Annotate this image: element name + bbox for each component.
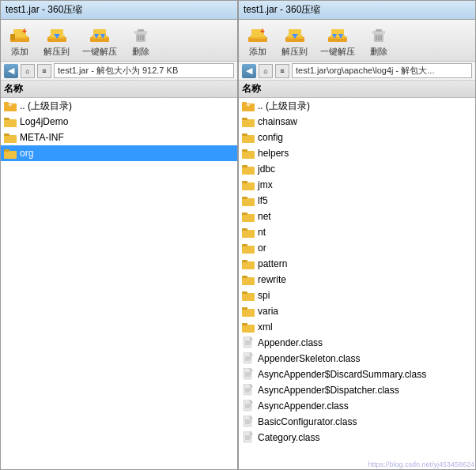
right-add-label: 添加: [249, 46, 266, 58]
file-icon: [242, 400, 255, 412]
left-file-list[interactable]: .. (上级目录) Log4jDemo: [1, 98, 237, 469]
right-home-btn[interactable]: ⌂: [259, 64, 273, 78]
left-home-btn[interactable]: ⌂: [21, 64, 35, 78]
list-item[interactable]: jdbc: [239, 161, 475, 177]
file-icon: [242, 337, 255, 349]
svg-rect-72: [242, 276, 247, 278]
item-name: org: [20, 148, 33, 159]
item-name: Log4jDemo: [20, 116, 68, 127]
item-name: lf5: [258, 195, 268, 206]
svg-rect-28: [4, 149, 9, 152]
right-oneclick-button[interactable]: 一键解压: [315, 21, 360, 59]
item-name: jmx: [258, 179, 273, 190]
item-name: rewrite: [258, 274, 286, 285]
svg-rect-64: [242, 212, 247, 215]
list-item[interactable]: xml: [239, 319, 475, 335]
right-back-arrow[interactable]: ◀: [242, 64, 256, 78]
list-item[interactable]: BasicConfigurator.class: [239, 414, 475, 430]
folder-icon: [4, 147, 17, 160]
svg-rect-66: [242, 228, 247, 231]
list-item[interactable]: Appender.class: [239, 335, 475, 351]
item-name: varia: [258, 306, 278, 317]
item-name: META-INF: [20, 132, 64, 143]
item-name: nt: [258, 227, 266, 238]
list-item[interactable]: lf5: [239, 193, 475, 209]
list-item[interactable]: or: [239, 240, 475, 256]
left-list-btn[interactable]: ≡: [37, 64, 51, 78]
extract-icon: [46, 23, 68, 45]
list-item[interactable]: jmx: [239, 177, 475, 193]
folder-icon: [242, 321, 255, 333]
item-name: or: [258, 243, 266, 254]
right-oneclick-label: 一键解压: [320, 46, 355, 58]
folder-icon: [242, 273, 255, 286]
left-back-arrow[interactable]: ◀: [4, 64, 18, 78]
left-oneclick-button[interactable]: 一键解压: [77, 21, 122, 59]
list-item[interactable]: META-INF: [1, 130, 237, 145]
delete-icon: [130, 23, 152, 45]
folder-icon: [242, 226, 255, 239]
list-item[interactable]: Category.class: [239, 430, 475, 446]
svg-rect-60: [242, 181, 247, 183]
list-item[interactable]: .. (上级目录): [239, 98, 475, 114]
item-name: pattern: [258, 258, 287, 269]
list-item-selected[interactable]: org: [1, 145, 237, 161]
list-item[interactable]: net: [239, 209, 475, 224]
right-path: test1.jar\org\apache\log4j - 解包大...: [292, 63, 472, 78]
right-delete-button[interactable]: 删除: [363, 21, 395, 59]
list-item[interactable]: .. (上级目录): [1, 98, 237, 114]
list-item[interactable]: rewrite: [239, 272, 475, 288]
right-list-btn[interactable]: ≡: [275, 64, 289, 78]
right-col-header: 名称: [239, 81, 475, 98]
item-name: Category.class: [258, 432, 319, 443]
folder-icon: [242, 131, 255, 144]
left-delete-button[interactable]: 删除: [125, 21, 157, 59]
left-add-button[interactable]: + 添加: [4, 21, 36, 59]
extract-icon: [284, 23, 306, 45]
right-file-list[interactable]: .. (上级目录) chainsaw config helpers jdbc: [239, 98, 475, 469]
svg-rect-62: [242, 197, 247, 199]
oneclick-icon: [89, 23, 111, 45]
list-item[interactable]: AsyncAppender$Dispatcher.class: [239, 382, 475, 398]
file-icon: [242, 431, 255, 444]
list-item[interactable]: pattern: [239, 256, 475, 272]
list-item[interactable]: AsyncAppender$DiscardSummary.class: [239, 367, 475, 382]
folder-icon: [242, 289, 255, 302]
file-icon: [242, 352, 255, 365]
list-item[interactable]: varia: [239, 303, 475, 319]
svg-rect-16: [138, 29, 144, 32]
svg-rect-78: [242, 323, 247, 325]
svg-rect-26: [4, 133, 9, 136]
list-item[interactable]: chainsaw: [239, 114, 475, 130]
item-name: AsyncAppender.class: [258, 400, 349, 412]
item-name: .. (上级目录): [20, 100, 72, 113]
item-name: xml: [258, 321, 273, 333]
up-folder-icon: [4, 100, 17, 112]
delete-icon: [368, 23, 390, 45]
svg-text:+: +: [260, 27, 265, 36]
list-item[interactable]: spi: [239, 288, 475, 303]
right-nav-bar: ◀ ⌂ ≡ test1.jar\org\apache\log4j - 解包大..…: [239, 62, 475, 81]
svg-rect-57: [242, 167, 255, 175]
list-item[interactable]: config: [239, 130, 475, 145]
svg-rect-44: [376, 29, 382, 32]
svg-rect-27: [4, 151, 17, 159]
right-extract-button[interactable]: 解压到: [277, 21, 312, 59]
svg-rect-59: [242, 182, 255, 190]
list-item[interactable]: Log4jDemo: [1, 114, 237, 130]
svg-rect-49: [242, 102, 247, 104]
svg-rect-77: [242, 325, 255, 333]
svg-rect-69: [242, 261, 255, 269]
right-titlebar: test1.jar - 360压缩: [239, 1, 475, 20]
list-item[interactable]: helpers: [239, 145, 475, 161]
item-name: chainsaw: [258, 116, 297, 127]
right-add-button[interactable]: + 添加: [242, 21, 274, 59]
svg-rect-21: [4, 102, 9, 104]
left-extract-button[interactable]: 解压到: [39, 21, 74, 59]
left-extract-label: 解压到: [43, 46, 70, 58]
add-icon: +: [247, 23, 269, 45]
list-item[interactable]: AsyncAppender.class: [239, 398, 475, 414]
list-item[interactable]: AppenderSkeleton.class: [239, 351, 475, 367]
list-item[interactable]: nt: [239, 224, 475, 240]
left-titlebar: test1.jar - 360压缩: [1, 1, 237, 20]
